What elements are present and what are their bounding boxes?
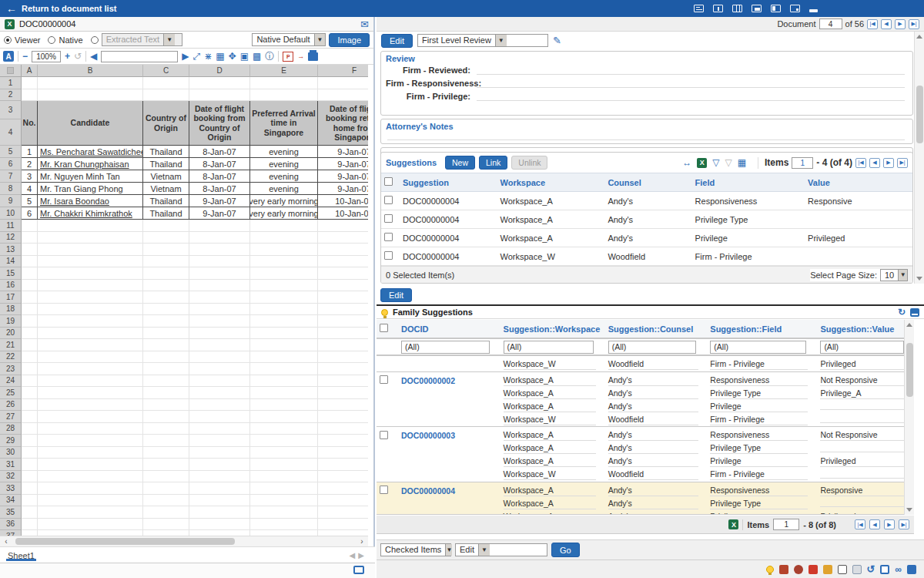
mass-action-select[interactable]: Edit ▼ [455,543,547,556]
row-number[interactable]: 22 [0,351,22,364]
previous-page-icon[interactable]: ◀ [90,52,97,61]
cell-E15[interactable] [250,267,318,280]
family-page-input[interactable]: 1 [773,519,799,530]
row-number[interactable]: 37 [0,530,22,536]
cell-B29[interactable] [38,435,143,447]
family-suggestion-row[interactable]: DOC00000004Workspace_AAndy'sResponsivene… [377,482,914,497]
target-items-select[interactable]: Checked Items ▼ [380,543,451,556]
annotate-icon[interactable] [694,5,704,12]
cell-E20[interactable] [250,328,318,340]
cell-B1[interactable] [38,77,143,89]
unlink-button[interactable]: Unlink [511,156,547,170]
cell-C7[interactable]: Vietnam [143,170,189,183]
cell-E11[interactable] [250,220,318,232]
cell-C36[interactable] [143,519,189,531]
layout-icon[interactable] [771,5,781,12]
cell-C10[interactable]: Thailand [143,207,189,220]
export-excel-icon[interactable]: X [697,158,707,168]
row-number[interactable]: 26 [0,399,22,412]
cell-A7[interactable]: 3 [22,170,38,183]
secure-lock-icon[interactable] [823,565,832,574]
cell-C23[interactable] [143,363,189,375]
cell-C30[interactable] [143,447,189,459]
family-suggestion-row[interactable]: Workspace_AAndy'sPrivilege Type [377,442,914,455]
suggestions-status-icon[interactable] [766,566,774,573]
cell-C35[interactable] [143,506,189,519]
cell-D13[interactable] [189,244,250,256]
suggestion-row[interactable]: DOC00000004Workspace_WWoodfieldFirm - Pr… [381,247,912,266]
family-row-checkbox[interactable] [380,431,388,439]
paste-icon[interactable] [852,565,862,574]
family-first-page[interactable]: |◀ [855,519,865,529]
cell-F16[interactable] [318,280,368,292]
info-icon[interactable]: ⓘ [265,52,274,61]
cell-A27[interactable] [22,411,38,423]
suggestions-page-input[interactable]: 1 [792,157,813,169]
cell-D37[interactable] [189,530,250,536]
cell-C21[interactable] [143,339,189,351]
cell-B2[interactable] [38,89,143,102]
cell-F7[interactable]: 9-Jan-07 [318,170,368,183]
cell-E13[interactable] [250,244,318,256]
cell-C26[interactable] [143,399,189,412]
family-docid-link[interactable]: DOC00000003 [401,431,455,440]
cell-C28[interactable] [143,423,189,435]
cell-A33[interactable] [22,482,38,495]
minimize-icon[interactable] [809,9,818,12]
family-select-all-checkbox[interactable] [380,324,388,332]
cell-F6[interactable]: 9-Jan-07 [318,158,368,170]
cell-A22[interactable] [22,351,38,364]
cell-E25[interactable] [250,387,318,399]
row-number[interactable]: 28 [0,423,22,435]
undo-icon[interactable]: ↺ [74,52,82,61]
cell-F36[interactable] [318,519,368,531]
cell-A29[interactable] [22,435,38,447]
viewer-radio[interactable] [4,36,12,44]
cell-F13[interactable] [318,244,368,256]
family-suggestion-row[interactable]: Workspace_AAndy'sPrivilege Type [377,497,914,510]
redaction-icon[interactable]: ▣ [240,52,249,61]
family-column-header[interactable]: Suggestion::Workspace [500,320,605,338]
cell-E26[interactable] [250,399,318,412]
row-number[interactable]: 2 [0,89,22,102]
cell-D36[interactable] [189,519,250,531]
cell-F12[interactable] [318,232,368,244]
cell-A9[interactable]: 5 [22,195,38,207]
flip-view-icon[interactable]: ✥ [229,52,236,61]
cell-A2[interactable] [22,89,38,102]
row-number[interactable]: 7 [0,170,22,183]
cell-D29[interactable] [189,435,250,447]
cell-C14[interactable] [143,256,189,268]
row-number[interactable]: 4 [0,119,22,146]
table-header-cell[interactable]: Preferred Arrival time in Singapore [250,101,318,146]
family-suggestion-row[interactable]: Workspace_WWoodfieldFirm - PrivilegePriv… [377,355,914,371]
form-vertical-scrollbar[interactable] [914,32,924,284]
first-document-button[interactable]: |◀ [867,19,878,29]
cell-A17[interactable] [22,291,38,304]
cell-E21[interactable] [250,339,318,351]
suggestions-column-header[interactable]: Suggestion [400,173,497,192]
columns-icon[interactable] [732,5,742,12]
row-checkbox[interactable] [384,251,393,260]
column-filter-select[interactable]: (All) [401,341,490,354]
row-number[interactable]: 1 [0,77,22,89]
cell-D18[interactable] [189,304,250,316]
row-number[interactable]: 31 [0,459,22,471]
field-input-line[interactable] [477,79,905,88]
row-number[interactable]: 6 [0,158,22,170]
cell-B25[interactable] [38,387,143,399]
refresh-icon[interactable]: ↻ [898,307,906,318]
cell-B37[interactable] [38,530,143,536]
cell-F18[interactable] [318,304,368,316]
pdf-export-icon[interactable]: P [283,52,293,62]
return-to-document-list-button[interactable]: ← Return to document list [6,3,116,14]
column-header-D[interactable]: D [189,65,250,77]
go-button[interactable]: Go [551,543,580,557]
redaction-status-icon[interactable] [779,565,788,574]
cell-B12[interactable] [38,232,143,244]
facing-pages-icon[interactable]: ▦ [216,52,224,61]
cell-A6[interactable]: 2 [22,158,38,170]
cell-F1[interactable] [318,77,368,89]
cell-F37[interactable] [318,530,368,536]
upload-icon[interactable] [713,5,723,12]
